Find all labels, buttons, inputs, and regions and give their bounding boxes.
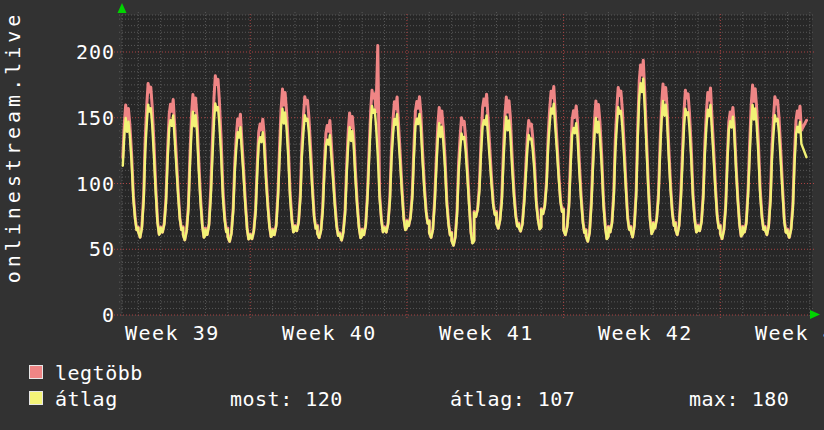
legend-swatch-atlag: [29, 391, 43, 405]
y-tick-label: 0: [30, 303, 115, 327]
y-tick-label: 150: [30, 106, 115, 130]
y-tick-label: 100: [30, 172, 115, 196]
legend-label-legtobb: legtöbb: [55, 361, 143, 385]
y-tick-label: 200: [30, 40, 115, 64]
x-tick-label: Week 40: [282, 321, 377, 345]
legend-label-atlag: átlag: [55, 387, 118, 411]
stat-atlag: átlag: 107: [450, 387, 575, 411]
x-tick-label: Week 42: [598, 321, 693, 345]
x-axis-arrow-icon: [810, 310, 820, 319]
legend-swatch-legtobb: [29, 365, 43, 379]
x-tick-label: Week 43: [755, 321, 824, 345]
x-tick-label: Week 41: [439, 321, 534, 345]
y-axis-arrow-icon: [118, 3, 127, 13]
mrtg-weekly-graph: onlinestream.live 050100150200 Week 39We…: [0, 0, 824, 430]
stat-max: max: 180: [689, 387, 789, 411]
x-tick-label: Week 39: [125, 321, 220, 345]
y-tick-label: 50: [30, 237, 115, 261]
stat-most: most: 120: [230, 387, 343, 411]
